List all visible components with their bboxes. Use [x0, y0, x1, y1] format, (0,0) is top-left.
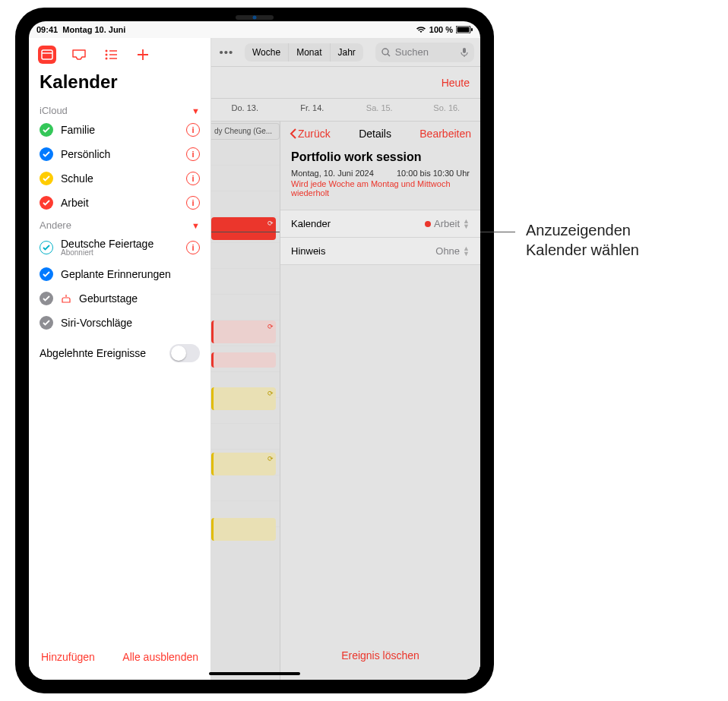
info-icon[interactable]: i — [186, 241, 200, 254]
repeat-icon: ⟳ — [267, 390, 274, 397]
calendar-label: Geburtstage — [79, 292, 200, 305]
event-block[interactable]: ⟳ — [211, 453, 276, 475]
event-title: Portfolio work session — [291, 150, 470, 164]
chevron-left-icon — [290, 128, 296, 139]
event-block[interactable]: ⟳ — [211, 321, 276, 343]
calendar-label: Arbeit — [61, 197, 179, 209]
info-icon[interactable]: i — [186, 172, 200, 185]
checkmark-icon — [40, 147, 53, 161]
add-button[interactable] — [134, 46, 152, 64]
alert-row-label: Hinweis — [291, 245, 326, 257]
declined-events-row: Abgelehnte Ereignisse — [29, 335, 210, 371]
calendar-view-button[interactable] — [38, 46, 56, 64]
sidebar-title: Kalender — [29, 68, 210, 100]
svg-rect-1 — [457, 27, 470, 33]
calendar-item-familie[interactable]: Familie i — [29, 118, 210, 142]
day-header[interactable]: Sa. 15. — [346, 99, 413, 121]
calendar-label: Deutsche Feiertage Abonniert — [61, 238, 179, 257]
alert-row-value: Ohne ▲▼ — [435, 245, 470, 257]
back-button[interactable]: Zurück — [290, 128, 331, 140]
repeat-icon: ⟳ — [267, 219, 274, 227]
calendar-item-geburtstage[interactable]: Geburtstage — [29, 286, 210, 311]
calendar-item-erinnerungen[interactable]: Geplante Erinnerungen — [29, 262, 210, 286]
status-bar: 09:41 Montag 10. Juni 100 % — [29, 21, 480, 38]
svg-rect-2 — [471, 28, 473, 31]
allday-event-peek[interactable]: dy Cheung (Ge... — [211, 123, 280, 140]
updown-icon: ▲▼ — [463, 246, 470, 257]
repeat-icon: ⟳ — [267, 323, 274, 330]
callout-line1: Anzuzeigenden — [526, 220, 639, 240]
delete-event-button[interactable]: Ereignis löschen — [280, 637, 480, 680]
section-icloud-header[interactable]: iCloud ▼ — [29, 100, 210, 118]
info-icon[interactable]: i — [186, 196, 200, 210]
back-label: Zurück — [298, 128, 331, 140]
event-detail-panel: Zurück Details Bearbeiten Portfolio work… — [280, 122, 480, 680]
svg-point-13 — [382, 49, 388, 55]
day-header[interactable]: Do. 13. — [211, 99, 279, 121]
svg-rect-3 — [42, 50, 52, 59]
seg-month[interactable]: Monat — [289, 43, 330, 62]
event-datetime: Montag, 10. Juni 2024 10:00 bis 10:30 Uh… — [280, 166, 480, 178]
calendar-row-label: Kalender — [291, 218, 331, 229]
event-block[interactable]: ⟳ — [211, 217, 276, 240]
event-block[interactable]: ⟳ — [211, 387, 276, 410]
search-field[interactable]: Suchen — [375, 43, 474, 62]
wifi-icon — [416, 26, 426, 33]
calendar-value-text: Arbeit — [434, 218, 460, 229]
view-segmented-control: Woche Monat Jahr — [245, 43, 363, 62]
info-icon[interactable]: i — [186, 147, 200, 161]
edit-button[interactable]: Bearbeiten — [419, 128, 471, 140]
status-date: Montag 10. Juni — [62, 25, 125, 34]
day-headers: Do. 13. Fr. 14. Sa. 15. So. 16. — [211, 99, 480, 122]
calendar-item-siri[interactable]: Siri-Vorschläge — [29, 311, 210, 335]
list-button[interactable] — [102, 46, 120, 64]
calendar-item-arbeit[interactable]: Arbeit i — [29, 191, 210, 215]
event-block[interactable] — [211, 518, 276, 541]
calendar-item-feiertage[interactable]: Deutsche Feiertage Abonniert i — [29, 232, 210, 262]
calendar-label: Familie — [61, 124, 179, 136]
search-placeholder: Suchen — [395, 46, 429, 58]
battery-percent: 100 % — [429, 25, 453, 34]
other-calendar-list: Deutsche Feiertage Abonniert i Geplante … — [29, 232, 210, 335]
seg-year[interactable]: Jahr — [331, 43, 363, 62]
status-time: 09:41 — [36, 25, 58, 34]
section-andere-label: Andere — [40, 219, 71, 231]
more-icon[interactable]: ••• — [217, 46, 236, 58]
repeat-icon: ⟳ — [267, 455, 274, 463]
info-icon[interactable]: i — [186, 123, 200, 137]
home-indicator[interactable] — [209, 672, 300, 675]
calendar-selector-row[interactable]: Kalender Arbeit ▲▼ — [280, 210, 480, 238]
checkmark-icon — [40, 123, 53, 137]
status-left: 09:41 Montag 10. Juni — [36, 25, 125, 34]
calendar-row-value: Arbeit ▲▼ — [425, 218, 470, 229]
hide-all-button[interactable]: Alle ausblenden — [122, 651, 198, 663]
sidebar-footer: Hinzufügen Alle ausblenden — [29, 640, 210, 680]
section-andere-header[interactable]: Andere ▼ — [29, 215, 210, 232]
search-icon — [381, 48, 391, 57]
seg-week[interactable]: Woche — [245, 43, 289, 62]
svg-rect-15 — [463, 48, 466, 53]
calendar-color-dot — [425, 221, 431, 227]
add-calendar-button[interactable]: Hinzufügen — [41, 651, 95, 663]
alert-selector-row[interactable]: Hinweis Ohne ▲▼ — [280, 238, 480, 265]
today-button[interactable]: Heute — [442, 77, 470, 89]
svg-point-9 — [106, 58, 108, 60]
event-block[interactable] — [211, 352, 276, 368]
checkmark-icon — [40, 267, 53, 281]
chevron-down-icon: ▼ — [191, 106, 200, 115]
event-repeat-text: Wird jede Woche am Montag und Mittwoch w… — [280, 178, 480, 205]
main-toolbar: ••• Woche Monat Jahr Suchen — [211, 38, 480, 67]
calendar-label: Persönlich — [61, 148, 179, 160]
cake-icon — [61, 293, 71, 304]
inbox-button[interactable] — [70, 46, 88, 64]
day-header[interactable]: Fr. 14. — [279, 99, 347, 121]
calendar-item-schule[interactable]: Schule i — [29, 166, 210, 191]
calendar-item-persoenlich[interactable]: Persönlich i — [29, 142, 210, 166]
declined-toggle[interactable] — [169, 344, 200, 362]
screen: 09:41 Montag 10. Juni 100 % — [29, 21, 480, 680]
day-header[interactable]: So. 16. — [413, 99, 481, 121]
mic-icon[interactable] — [461, 47, 468, 58]
calendar-label: Geplante Erinnerungen — [61, 268, 200, 280]
detail-title: Details — [359, 128, 391, 140]
declined-label: Abgelehnte Ereignisse — [40, 347, 146, 359]
